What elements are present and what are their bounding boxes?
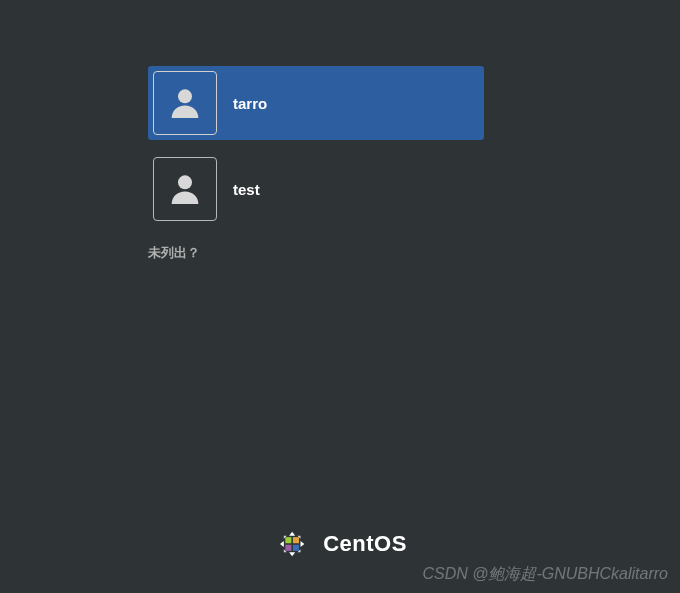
username-label: tarro [233,95,267,112]
brand: CentOS [273,525,407,563]
not-listed-link[interactable]: 未列出？ [148,244,200,262]
svg-point-1 [178,175,192,189]
person-icon [165,169,205,209]
avatar [153,71,217,135]
svg-rect-3 [293,537,299,543]
username-label: test [233,181,260,198]
brand-label: CentOS [323,531,407,557]
svg-point-0 [178,89,192,103]
avatar [153,157,217,221]
user-item-tarro[interactable]: tarro [148,66,484,140]
svg-rect-4 [285,545,291,551]
watermark-text: CSDN @鲍海超-GNUBHCkalitarro [422,564,668,585]
user-list: tarro test [148,66,484,226]
user-item-test[interactable]: test [148,152,484,226]
centos-logo-icon [273,525,311,563]
person-icon [165,83,205,123]
svg-rect-5 [293,545,299,551]
svg-rect-2 [285,537,291,543]
